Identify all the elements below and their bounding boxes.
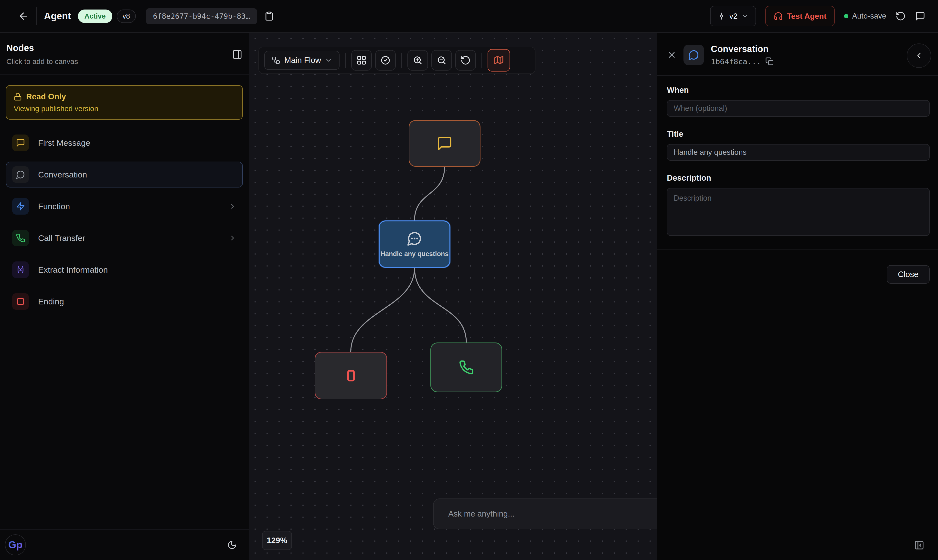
auto-layout-button[interactable] [351,50,372,71]
toolbar-divider [481,53,482,68]
zoom-out-button[interactable] [431,50,452,71]
canvas-node-first-message[interactable] [409,120,480,167]
readonly-subtitle: Viewing published version [14,105,235,113]
version-selector[interactable]: v2 [710,6,756,26]
node-inspector-panel: Conversation 1b64f8ca... When Title Desc… [657,33,938,560]
title-label: Title [667,129,930,138]
node-label: Handle any questions [380,250,449,258]
close-button[interactable]: Close [887,265,930,284]
node-type-tile [12,293,29,310]
layout-grid-icon [356,55,367,65]
message-square-icon [437,135,453,152]
minimap-toggle-button[interactable] [488,49,510,72]
panel-body: When Title Description Close [657,76,938,284]
phone-icon [459,360,474,375]
title-input[interactable] [667,144,930,161]
panel-close-x-button[interactable] [667,50,677,60]
git-commit-icon [717,12,726,20]
sidebar-footer: Gp [0,529,249,560]
zoom-in-icon [413,55,423,65]
dark-mode-toggle[interactable] [227,540,237,550]
sidebar-item-conversation[interactable]: Conversation [6,162,243,188]
chevron-down-icon [325,57,332,64]
version-badge: v8 [117,9,136,23]
panel-left-close-icon [914,540,924,550]
flow-selector[interactable]: Main Flow [264,51,339,70]
sidebar-item-label: First Message [38,138,236,148]
reset-view-button[interactable] [455,50,476,71]
validate-flow-button[interactable] [375,50,396,71]
sidebar-item-call-transfer[interactable]: Call Transfer [6,225,243,251]
map-icon [494,55,504,66]
flow-edges [249,33,657,560]
app-logo[interactable]: Gp [5,534,26,555]
test-agent-button[interactable]: Test Agent [765,6,835,26]
collapse-panel-button[interactable] [914,540,924,550]
square-icon [16,297,25,306]
agent-builder-app: Agent Active v8 6f8e2677-b94c-479b-83… v… [0,0,938,560]
back-button[interactable] [18,11,29,22]
zoom-in-button[interactable] [407,50,428,71]
sidebar-item-label: Function [38,202,219,211]
flow-canvas[interactable]: Main Flow [249,33,657,560]
panel-collapse-button[interactable] [907,43,931,68]
sidebar-item-label: Call Transfer [38,233,219,243]
collapse-sidebar-button[interactable] [232,43,242,66]
canvas-node-conversation[interactable]: Handle any questions [379,220,450,268]
sidebar-item-function[interactable]: Function [6,193,243,219]
sidebar-item-extract-information[interactable]: Extract Information [6,257,243,283]
chevron-right-icon [228,234,236,242]
description-textarea[interactable] [667,188,930,236]
autosave-status: Auto-save [844,12,886,20]
panel-node-id: 1b64f8ca... [711,57,761,66]
ask-ai-input[interactable] [433,498,657,529]
sidebar-item-label: Ending [38,297,236,306]
parentheses-x-icon [16,265,25,274]
message-circle-dots-icon [407,231,422,246]
rounded-rect-icon [343,368,359,383]
agent-id-field[interactable]: 6f8e2677-b94c-479b-83… [146,8,257,24]
message-square-icon [16,138,25,148]
sidebar-subtitle: Click to add to canvas [6,57,78,66]
node-type-tile [12,230,29,246]
panel-header: Conversation 1b64f8ca... [657,33,938,66]
zoom-out-icon [437,55,447,65]
copy-icon [765,57,774,66]
node-type-tile [12,134,29,151]
topbar: Agent Active v8 6f8e2677-b94c-479b-83… v… [0,0,938,33]
autosave-dot-icon [844,14,849,18]
close-icon [667,50,677,60]
topbar-divider [36,7,37,25]
when-label: When [667,85,930,95]
panel-right-icon [232,49,242,60]
message-circle-icon [688,49,699,60]
phone-icon [16,233,25,243]
moon-icon [227,540,237,550]
node-type-tile [12,166,29,183]
copy-node-id-button[interactable] [765,57,774,66]
arrow-left-icon [18,11,29,22]
node-type-tile [12,198,29,215]
lock-icon [14,92,22,101]
clipboard-icon [264,11,274,21]
canvas-toolbar: Main Flow [258,47,535,74]
readonly-banner: Read Only Viewing published version [6,85,243,120]
chevron-down-icon [741,12,749,20]
panel-footer [657,530,938,560]
feedback-button[interactable] [915,11,925,21]
when-input[interactable] [667,100,930,117]
history-button[interactable] [895,11,906,21]
sidebar-item-ending[interactable]: Ending [6,289,243,314]
flow-selector-value: Main Flow [284,55,321,65]
panel-title: Conversation [711,44,774,54]
canvas-node-call-transfer[interactable] [430,343,502,392]
autosave-label: Auto-save [852,12,886,20]
chevron-right-icon [228,202,236,210]
canvas-node-ending[interactable] [315,352,387,399]
sidebar-item-first-message[interactable]: First Message [6,130,243,156]
sidebar-header: Nodes Click to add to canvas [0,33,249,66]
topbar-actions: v2 Test Agent Auto-save [710,6,925,26]
circle-check-icon [380,55,390,65]
app-logo-monogram: Gp [8,539,23,551]
copy-agent-id-button[interactable] [264,11,274,21]
